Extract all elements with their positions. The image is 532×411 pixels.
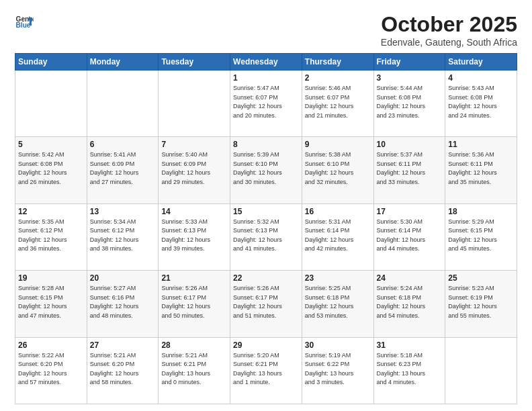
col-monday: Monday — [87, 54, 159, 71]
day-number: 31 — [377, 340, 443, 350]
day-number: 19 — [18, 273, 84, 283]
day-number: 16 — [305, 207, 371, 216]
day-info: Sunrise: 5:26 AM Sunset: 6:17 PM Dayligh… — [161, 284, 227, 320]
day-number: 8 — [233, 140, 299, 149]
day-number: 15 — [233, 207, 299, 216]
table-row: 17Sunrise: 5:30 AM Sunset: 6:14 PM Dayli… — [373, 203, 445, 270]
day-number: 7 — [161, 140, 227, 149]
day-number: 28 — [161, 340, 227, 350]
col-sunday: Sunday — [15, 54, 87, 71]
col-wednesday: Wednesday — [230, 54, 302, 71]
day-info: Sunrise: 5:23 AM Sunset: 6:19 PM Dayligh… — [448, 284, 514, 320]
day-number: 9 — [305, 140, 371, 149]
table-row: 6Sunrise: 5:41 AM Sunset: 6:09 PM Daylig… — [87, 137, 159, 203]
day-info: Sunrise: 5:35 AM Sunset: 6:12 PM Dayligh… — [18, 218, 84, 254]
table-row: 19Sunrise: 5:28 AM Sunset: 6:15 PM Dayli… — [15, 271, 87, 337]
day-number: 14 — [161, 207, 227, 216]
day-number: 3 — [377, 73, 443, 83]
table-row: 23Sunrise: 5:25 AM Sunset: 6:18 PM Dayli… — [302, 271, 373, 337]
calendar-week-row: 5Sunrise: 5:42 AM Sunset: 6:08 PM Daylig… — [15, 137, 517, 203]
day-number: 5 — [18, 140, 84, 149]
day-info: Sunrise: 5:43 AM Sunset: 6:08 PM Dayligh… — [448, 84, 514, 120]
day-number: 25 — [448, 273, 514, 283]
day-number: 21 — [161, 273, 227, 283]
table-row: 7Sunrise: 5:40 AM Sunset: 6:09 PM Daylig… — [159, 137, 230, 203]
table-row: 15Sunrise: 5:32 AM Sunset: 6:13 PM Dayli… — [230, 203, 302, 270]
day-number: 20 — [90, 273, 156, 283]
table-row: 30Sunrise: 5:19 AM Sunset: 6:22 PM Dayli… — [302, 337, 373, 404]
table-row: 12Sunrise: 5:35 AM Sunset: 6:12 PM Dayli… — [15, 203, 87, 270]
col-saturday: Saturday — [445, 54, 517, 71]
day-info: Sunrise: 5:32 AM Sunset: 6:13 PM Dayligh… — [233, 218, 299, 254]
table-row: 31Sunrise: 5:18 AM Sunset: 6:23 PM Dayli… — [373, 337, 445, 404]
day-info: Sunrise: 5:31 AM Sunset: 6:14 PM Dayligh… — [305, 218, 371, 254]
day-number: 30 — [305, 340, 371, 350]
day-number: 17 — [377, 207, 443, 216]
table-row — [87, 71, 159, 137]
day-info: Sunrise: 5:33 AM Sunset: 6:13 PM Dayligh… — [161, 218, 227, 254]
table-row: 21Sunrise: 5:26 AM Sunset: 6:17 PM Dayli… — [159, 271, 230, 337]
day-number: 1 — [233, 73, 299, 83]
day-number: 23 — [305, 273, 371, 283]
day-info: Sunrise: 5:30 AM Sunset: 6:14 PM Dayligh… — [377, 218, 443, 254]
day-info: Sunrise: 5:44 AM Sunset: 6:08 PM Dayligh… — [377, 84, 443, 120]
day-number: 26 — [18, 340, 84, 350]
day-info: Sunrise: 5:42 AM Sunset: 6:08 PM Dayligh… — [18, 150, 84, 187]
calendar-week-row: 26Sunrise: 5:22 AM Sunset: 6:20 PM Dayli… — [15, 337, 517, 404]
calendar-week-row: 19Sunrise: 5:28 AM Sunset: 6:15 PM Dayli… — [15, 271, 517, 337]
day-info: Sunrise: 5:22 AM Sunset: 6:20 PM Dayligh… — [18, 351, 84, 387]
table-row: 9Sunrise: 5:38 AM Sunset: 6:10 PM Daylig… — [302, 137, 373, 203]
day-info: Sunrise: 5:20 AM Sunset: 6:21 PM Dayligh… — [233, 351, 299, 387]
table-row: 24Sunrise: 5:24 AM Sunset: 6:18 PM Dayli… — [373, 271, 445, 337]
table-row: 1Sunrise: 5:47 AM Sunset: 6:07 PM Daylig… — [230, 71, 302, 137]
day-number: 4 — [448, 73, 514, 83]
day-number: 22 — [233, 273, 299, 283]
day-number: 6 — [90, 140, 156, 149]
page: General Blue October 2025 Edenvale, Gaut… — [0, 0, 532, 411]
table-row: 29Sunrise: 5:20 AM Sunset: 6:21 PM Dayli… — [230, 337, 302, 404]
svg-text:Blue: Blue — [16, 21, 31, 29]
day-info: Sunrise: 5:19 AM Sunset: 6:22 PM Dayligh… — [305, 351, 371, 387]
calendar-title: October 2025 — [381, 12, 517, 37]
day-number: 13 — [90, 207, 156, 216]
day-number: 29 — [233, 340, 299, 350]
table-row: 2Sunrise: 5:46 AM Sunset: 6:07 PM Daylig… — [302, 71, 373, 137]
day-info: Sunrise: 5:21 AM Sunset: 6:20 PM Dayligh… — [90, 351, 156, 387]
logo: General Blue — [15, 12, 34, 31]
day-number: 11 — [448, 140, 514, 149]
table-row: 13Sunrise: 5:34 AM Sunset: 6:12 PM Dayli… — [87, 203, 159, 270]
table-row: 11Sunrise: 5:36 AM Sunset: 6:11 PM Dayli… — [445, 137, 517, 203]
day-info: Sunrise: 5:21 AM Sunset: 6:21 PM Dayligh… — [161, 351, 227, 387]
weekday-header-row: Sunday Monday Tuesday Wednesday Thursday… — [15, 54, 517, 71]
day-number: 18 — [448, 207, 514, 216]
table-row: 3Sunrise: 5:44 AM Sunset: 6:08 PM Daylig… — [373, 71, 445, 137]
day-info: Sunrise: 5:26 AM Sunset: 6:17 PM Dayligh… — [233, 284, 299, 320]
day-info: Sunrise: 5:24 AM Sunset: 6:18 PM Dayligh… — [377, 284, 443, 320]
day-number: 12 — [18, 207, 84, 216]
table-row: 10Sunrise: 5:37 AM Sunset: 6:11 PM Dayli… — [373, 137, 445, 203]
day-number: 2 — [305, 73, 371, 83]
day-info: Sunrise: 5:39 AM Sunset: 6:10 PM Dayligh… — [233, 150, 299, 187]
day-info: Sunrise: 5:40 AM Sunset: 6:09 PM Dayligh… — [161, 150, 227, 187]
col-thursday: Thursday — [302, 54, 373, 71]
day-info: Sunrise: 5:27 AM Sunset: 6:16 PM Dayligh… — [90, 284, 156, 320]
calendar-subtitle: Edenvale, Gauteng, South Africa — [381, 37, 517, 48]
table-row: 22Sunrise: 5:26 AM Sunset: 6:17 PM Dayli… — [230, 271, 302, 337]
table-row: 8Sunrise: 5:39 AM Sunset: 6:10 PM Daylig… — [230, 137, 302, 203]
title-block: October 2025 Edenvale, Gauteng, South Af… — [381, 12, 517, 48]
day-number: 24 — [377, 273, 443, 283]
table-row: 18Sunrise: 5:29 AM Sunset: 6:15 PM Dayli… — [445, 203, 517, 270]
day-info: Sunrise: 5:29 AM Sunset: 6:15 PM Dayligh… — [448, 218, 514, 254]
day-number: 27 — [90, 340, 156, 350]
table-row: 4Sunrise: 5:43 AM Sunset: 6:08 PM Daylig… — [445, 71, 517, 137]
table-row: 25Sunrise: 5:23 AM Sunset: 6:19 PM Dayli… — [445, 271, 517, 337]
day-info: Sunrise: 5:25 AM Sunset: 6:18 PM Dayligh… — [305, 284, 371, 320]
day-number: 10 — [377, 140, 443, 149]
logo-icon: General Blue — [15, 12, 34, 31]
day-info: Sunrise: 5:46 AM Sunset: 6:07 PM Dayligh… — [305, 84, 371, 120]
table-row: 26Sunrise: 5:22 AM Sunset: 6:20 PM Dayli… — [15, 337, 87, 404]
col-friday: Friday — [373, 54, 445, 71]
table-row: 27Sunrise: 5:21 AM Sunset: 6:20 PM Dayli… — [87, 337, 159, 404]
col-tuesday: Tuesday — [159, 54, 230, 71]
calendar-week-row: 12Sunrise: 5:35 AM Sunset: 6:12 PM Dayli… — [15, 203, 517, 270]
